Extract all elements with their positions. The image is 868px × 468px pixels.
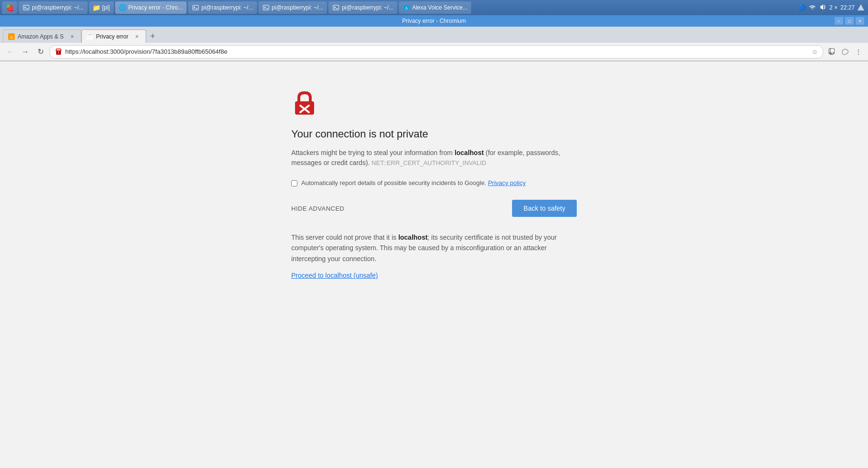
address-text: https://localhost:3000/provision/7fa3013… [65, 48, 809, 55]
taskbar-terminal1-label: pi@raspberrypi: ~/... [32, 4, 84, 11]
tab-privacy-error-label: Privacy error [96, 33, 128, 40]
taskbar-browser-label: Privacy error - Chro... [128, 4, 183, 11]
taskbar-browser[interactable]: 🌐 Privacy error - Chro... [115, 1, 187, 14]
privacy-policy-link[interactable]: Privacy policy [488, 179, 525, 186]
tab-amazon-close[interactable]: × [69, 33, 76, 40]
address-bar: ← → ↻ ! https://localhost:3000/provision… [0, 43, 868, 61]
amazon-tab-icon: a [8, 33, 15, 40]
tab-privacy-error-close[interactable]: × [133, 33, 141, 40]
security-icon: ! [55, 48, 62, 56]
page-content: Your connection is not private Attackers… [0, 61, 868, 468]
terminal-icon [22, 4, 30, 11]
taskbar: 🍓 pi@raspberrypi: ~/... 📁 [pi] 🌐 Privacy… [0, 0, 868, 15]
tab-amazon[interactable]: a Amazon Apps & S × [3, 29, 81, 43]
error-description: Attackers might be trying to steal your … [291, 148, 577, 168]
menu-button[interactable]: ⋮ [853, 46, 864, 58]
taskbar-folder[interactable]: 📁 [pi] [89, 1, 114, 14]
tab-bar: a Amazon Apps & S × Privacy error × + [0, 27, 868, 43]
bluetooth-icon[interactable]: 🔵 [799, 4, 806, 11]
bookmark-icon[interactable]: ☆ [812, 48, 818, 56]
terminal2-icon [192, 4, 199, 11]
svg-text:a: a [10, 35, 12, 39]
report-checkbox-label: Automatically report details of possible… [301, 179, 526, 186]
tab-amazon-label: Amazon Apps & S [18, 33, 64, 40]
taskbar-alexa-label: Alexa Voice Service... [412, 4, 467, 11]
lock-error-icon [291, 90, 318, 117]
alexa-icon: A [403, 4, 410, 11]
taskbar-terminal4[interactable]: pi@raspberrypi: ~/... [328, 1, 397, 14]
shield-icon[interactable] [839, 46, 851, 58]
notifications-icon [858, 4, 864, 12]
browser-chrome: Privacy error - Chromium − □ × a Amazon … [0, 15, 868, 61]
svg-rect-15 [88, 34, 92, 35]
advanced-hostname: localhost [398, 234, 427, 241]
taskbar-folder-label: [pi] [102, 4, 110, 11]
proceed-link[interactable]: Proceed to localhost (unsafe) [291, 272, 378, 279]
error-code: NET::ERR_CERT_AUTHORITY_INVALID [372, 159, 486, 166]
address-input-wrap[interactable]: ! https://localhost:3000/provision/7fa30… [49, 45, 823, 58]
globe-icon: 🌐 [119, 4, 127, 11]
taskbar-terminal2[interactable]: pi@raspberrypi: ~/... [188, 1, 257, 14]
svg-rect-16 [88, 36, 91, 36]
lock-icon-wrap [291, 90, 318, 118]
error-container: Your connection is not private Attackers… [291, 90, 577, 279]
tab-privacy-error[interactable]: Privacy error × [81, 29, 146, 43]
battery-indicator: 2 × [829, 4, 838, 11]
error-desc-1: Attackers might be trying to steal your … [291, 149, 454, 156]
taskbar-terminal4-label: pi@raspberrypi: ~/... [342, 4, 394, 11]
error-hostname: localhost [454, 149, 483, 156]
window-controls: − □ × [835, 17, 864, 25]
taskbar-right: 🔵 2 × 22:27 [799, 4, 866, 12]
back-to-safety-button[interactable]: Back to safety [512, 200, 577, 217]
taskbar-alexa[interactable]: A Alexa Voice Service... [399, 1, 471, 14]
svg-text:!: ! [58, 51, 59, 54]
taskbar-terminal1[interactable]: pi@raspberrypi: ~/... [19, 1, 88, 14]
svg-text:A: A [405, 6, 408, 10]
close-button[interactable]: × [856, 17, 864, 25]
minimize-button[interactable]: − [835, 17, 843, 25]
terminal3-icon [262, 4, 270, 11]
volume-icon[interactable] [819, 4, 827, 12]
clock: 22:27 [840, 4, 855, 11]
terminal4-icon [332, 4, 340, 11]
report-checkbox-row: Automatically report details of possible… [291, 179, 526, 186]
back-button[interactable]: ← [4, 46, 16, 58]
new-tab-button[interactable]: + [146, 29, 159, 43]
error-title: Your connection is not private [291, 128, 428, 140]
maximize-button[interactable]: □ [845, 17, 854, 25]
taskbar-rpi[interactable]: 🍓 [2, 1, 17, 14]
checkbox-text: Automatically report details of possible… [301, 179, 486, 186]
advanced-section: This server could not prove that it is l… [291, 232, 577, 264]
svg-marker-11 [858, 4, 864, 10]
wifi-icon[interactable] [809, 4, 816, 12]
svg-marker-10 [820, 4, 823, 10]
rpi-icon: 🍓 [6, 4, 13, 11]
taskbar-terminal3[interactable]: pi@raspberrypi: ~/... [258, 1, 327, 14]
taskbar-terminal2-label: pi@raspberrypi: ~/... [201, 4, 253, 11]
privacy-tab-icon [87, 33, 93, 40]
report-checkbox[interactable] [291, 180, 297, 186]
browser-title: Privacy error - Chromium [402, 18, 466, 24]
hide-advanced-button[interactable]: HIDE ADVANCED [291, 205, 345, 212]
svg-rect-17 [88, 37, 92, 37]
bookmarks-button[interactable] [826, 46, 838, 58]
action-row: HIDE ADVANCED Back to safety [291, 200, 577, 217]
address-right-icons: ⋮ [826, 46, 864, 58]
browser-title-bar: Privacy error - Chromium − □ × [0, 15, 868, 27]
forward-button[interactable]: → [19, 46, 31, 58]
advanced-text-1: This server could not prove that it is [291, 234, 398, 241]
folder-icon: 📁 [93, 4, 100, 11]
reload-button[interactable]: ↻ [34, 46, 47, 58]
taskbar-terminal3-label: pi@raspberrypi: ~/... [272, 4, 324, 11]
